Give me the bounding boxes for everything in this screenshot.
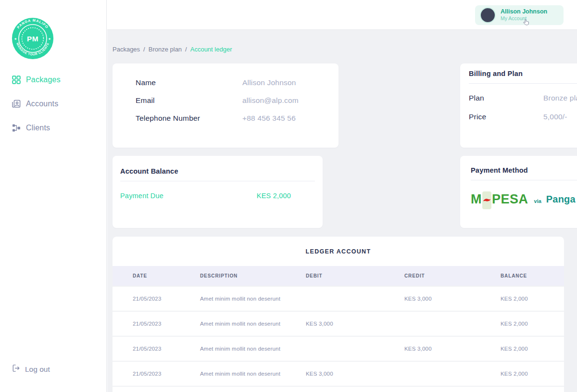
divider [471,180,577,180]
table-row: 21/05/2023 Amet minim mollit non deserun… [113,312,564,336]
sidebar-item-clients[interactable]: Clients [12,123,106,133]
cell-credit: KES 3,000 [404,346,501,352]
ledger-card: LEDGER ACCOUNT DATE DESCRIPTION DEBIT CR… [113,237,564,392]
topbar: Allison Johnson My Account [107,0,577,30]
sidebar-item-label: Accounts [26,100,58,108]
sidebar-item-label: Clients [26,124,50,132]
profile-card: Name Allison Johnson Email allison@alp.c… [113,63,339,148]
field-value: Bronze plan [543,94,577,102]
provider-name: Panga Malipo [546,194,577,205]
cell-date: 21/05/2023 [133,321,200,327]
field-label: Plan [469,94,543,102]
sidebar: PANGA MALIPO MANAGE YOUR CLIENTS ★ ★ PM … [0,0,107,392]
cell-description: Amet minim mollit non deserunt [200,346,306,352]
via-label: via [534,198,541,204]
sidebar-item-label: Packages [26,76,61,84]
field-label: Name [136,78,242,87]
hierarchy-icon [12,123,21,133]
contact-book-icon [12,99,21,109]
main-content: Packages / Bronze plan / Account ledger … [107,30,577,392]
billing-plan-card: Billing and Plan Plan Bronze plan Price … [460,63,577,148]
account-user-name: Allison Johnson [501,8,547,16]
mpesa-pesa: PESA [492,192,528,207]
column-header-date: DATE [133,273,200,278]
field-value: +88 456 345 56 [242,114,296,123]
breadcrumb-packages[interactable]: Packages [113,46,140,53]
field-value: 5,000/- [543,113,567,121]
logout-icon [12,364,21,375]
logout-label: Log out [25,365,50,374]
cell-balance: KES 2,000 [501,371,564,377]
cell-date: 21/05/2023 [133,296,200,302]
field-value: Allison Johnson [242,78,296,87]
ledger-table-header-row: DATE DESCRIPTION DEBIT CREDIT BALANCE [113,266,564,286]
cell-date: 21/05/2023 [133,346,200,352]
breadcrumb-bronze-plan[interactable]: Bronze plan [149,46,182,53]
billing-row-price: Price 5,000/- [469,113,577,121]
mpesa-swoosh-icon [483,198,491,203]
mpesa-logo: M PESA [471,190,528,208]
cell-balance: KES 2,000 [501,346,564,352]
cell-debit: KES 3,000 [306,321,404,327]
account-menu[interactable]: Allison Johnson My Account [475,5,564,25]
cell-description: Amet minim mollit non deserunt [200,296,306,302]
field-label: Telephone Number [136,114,242,123]
star-icon: ★ [14,37,17,40]
billing-row-plan: Plan Bronze plan [469,94,577,102]
account-balance-card: Account Balance Payment Due KES 2,000 [113,156,323,228]
field-value: allison@alp.com [242,96,299,105]
column-header-description: DESCRIPTION [200,273,306,278]
divider [469,83,577,84]
column-header-balance: BALANCE [501,273,564,278]
table-row: 21/05/2023 Amet minim mollit non deserun… [113,362,564,386]
breadcrumb: Packages / Bronze plan / Account ledger [113,46,577,53]
breadcrumb-separator: / [143,46,145,53]
field-label: Price [469,113,543,121]
breadcrumb-account-ledger: Account ledger [190,46,232,53]
sidebar-item-accounts[interactable]: Accounts [12,99,106,109]
my-account-link[interactable]: My Account [501,15,547,22]
card-title: Account Balance [120,167,315,175]
brand-logo: PANGA MALIPO MANAGE YOUR CLIENTS ★ ★ PM [12,17,54,60]
cell-credit: KES 3,000 [404,296,501,302]
cell-date: 21/05/2023 [133,371,200,377]
breadcrumb-separator: / [185,46,187,53]
sidebar-nav: Packages Accounts [12,75,106,133]
column-header-debit: DEBIT [306,273,404,278]
grid-icon [12,75,21,85]
table-row: 21/05/2023 Amet minim mollit non deserun… [113,287,564,311]
payment-method-row: M PESA via Panga Malipo [471,190,577,208]
cell-description: Amet minim mollit non deserunt [200,371,306,377]
brand-logo-badge: PANGA MALIPO MANAGE YOUR CLIENTS ★ ★ PM [12,17,54,60]
logout-button[interactable]: Log out [12,364,50,375]
star-icon: ★ [48,37,51,40]
ledger-title: LEDGER ACCOUNT [306,248,371,255]
profile-row-telephone: Telephone Number +88 456 345 56 [136,114,339,123]
profile-row-email: Email allison@alp.com [136,96,339,105]
cell-debit: KES 3,000 [306,371,404,377]
cell-balance: KES 2,000 [501,321,564,327]
sidebar-item-packages[interactable]: Packages [12,75,106,85]
balance-row: Payment Due KES 2,000 [120,192,315,200]
ledger-header: LEDGER ACCOUNT [113,237,564,266]
payment-due-label: Payment Due [120,192,163,200]
profile-row-name: Name Allison Johnson [136,78,339,87]
mpesa-sim-icon [482,191,491,209]
cell-balance: KES 2,000 [501,296,564,302]
payment-due-amount: KES 2,000 [257,192,291,200]
field-label: Email [136,96,242,105]
brand-initials: PM [27,35,38,43]
avatar[interactable] [480,7,496,23]
column-header-credit: CREDIT [404,273,501,278]
table-row: 21/05/2023 Amet minim mollit non deserun… [113,337,564,361]
cell-description: Amet minim mollit non deserunt [200,321,306,327]
table-row-cutoff [113,387,564,392]
mpesa-m: M [471,192,482,207]
payment-method-card: Payment Method M PESA via Panga Malipo [460,156,577,228]
card-title: Billing and Plan [469,70,577,77]
divider [120,181,315,181]
card-title: Payment Method [471,166,577,174]
